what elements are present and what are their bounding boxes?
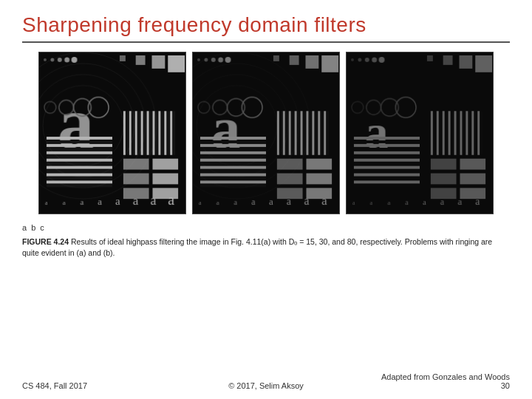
footer-attribution: Adapted from Gonzales and Woods <box>381 372 510 381</box>
label-a: a <box>22 223 27 232</box>
image-panel-c <box>346 52 494 214</box>
images-row <box>22 52 510 214</box>
footer-right: Adapted from Gonzales and Woods 30 <box>381 372 510 390</box>
caption-area: a b c FIGURE 4.24 Results of ideal highp… <box>22 220 510 260</box>
label-c: c <box>40 223 44 232</box>
image-panel-b <box>192 52 340 214</box>
footer-left: CS 484, Fall 2017 <box>22 381 87 390</box>
slide: Sharpening frequency domain filters a b … <box>0 0 532 399</box>
title-divider <box>22 41 510 43</box>
figure-text: Results of ideal highpass filtering the … <box>22 237 492 258</box>
image-panel-a <box>38 52 186 214</box>
footer: CS 484, Fall 2017 © 2017, Selim Aksoy Ad… <box>22 372 510 390</box>
label-b: b <box>31 223 35 232</box>
footer-page: 30 <box>381 381 510 390</box>
footer-center: © 2017, Selim Aksoy <box>228 381 304 390</box>
figure-label: FIGURE 4.24 <box>22 237 69 246</box>
abc-labels: a b c <box>22 223 510 232</box>
figure-caption: FIGURE 4.24 Results of ideal highpass fi… <box>22 236 495 260</box>
slide-title: Sharpening frequency domain filters <box>22 13 510 37</box>
